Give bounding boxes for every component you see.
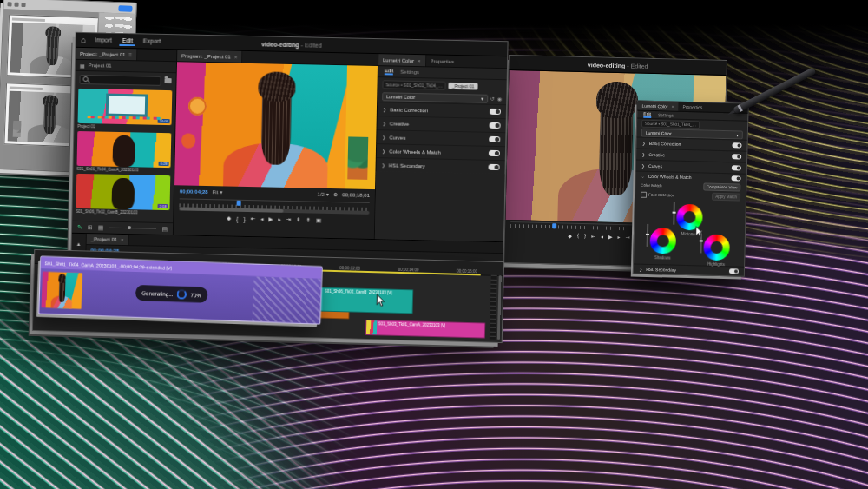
settings-wrench-icon[interactable]: ⚙: [333, 191, 339, 197]
current-timecode[interactable]: 00;00;04;28: [180, 188, 208, 195]
close-icon[interactable]: ×: [672, 103, 674, 109]
close-icon[interactable]: ×: [121, 237, 124, 242]
step-forward-button[interactable]: ▸: [618, 234, 621, 240]
playhead[interactable]: [552, 223, 556, 228]
face-detection-checkbox[interactable]: Face Detection: [641, 192, 674, 199]
go-to-out-button[interactable]: ⇥: [626, 234, 630, 240]
workspace-tab[interactable]: Import: [92, 36, 115, 46]
apply-match-button[interactable]: Apply Match: [712, 193, 740, 202]
lumetri-color-panel: Lumetri Color × Properties Edit Settings…: [374, 54, 507, 241]
search-input[interactable]: [91, 76, 158, 84]
timeline-clip[interactable]: S01_Sh06_Tk02_CamB_20230103 [V]: [311, 287, 413, 314]
program-viewport[interactable]: [174, 62, 378, 189]
play-button[interactable]: ▶: [268, 216, 273, 223]
shadows-slider[interactable]: [647, 224, 649, 247]
sequence-tab[interactable]: _Project 01 ×: [87, 234, 129, 245]
brush-preset[interactable]: [102, 23, 133, 29]
play-button[interactable]: ▶: [608, 233, 613, 239]
fit-dropdown[interactable]: Fit ▾: [213, 188, 223, 195]
source-clip-label[interactable]: Source • S01_Sh01_Tk04_…: [382, 80, 446, 90]
bin-icon[interactable]: ▤: [161, 225, 168, 232]
section-toggle[interactable]: [732, 154, 741, 159]
go-to-out-button[interactable]: ⇥: [286, 216, 292, 223]
add-marker-button[interactable]: ◆: [227, 215, 231, 222]
settings-subtab[interactable]: Settings: [658, 112, 674, 117]
step-back-button[interactable]: ◂: [601, 233, 603, 239]
properties-tab[interactable]: Properties: [426, 58, 458, 64]
edit-subtab[interactable]: Edit: [643, 111, 651, 118]
properties-tab[interactable]: Properties: [679, 104, 706, 110]
close-icon[interactable]: ×: [418, 58, 421, 63]
workspace-tab[interactable]: Export: [141, 36, 163, 47]
section-toggle[interactable]: [731, 175, 740, 181]
settings-subtab[interactable]: Settings: [400, 69, 419, 75]
project-panel-footer: ✎ ⊞ ▦ ▤: [72, 221, 173, 235]
generative-extend-clip[interactable]: S01_Sh01_Tk04_CamA_20230103_-00;00;04;29…: [38, 256, 323, 325]
premiere-main-window: ⌂ ImportEditExport video-editing - Edite…: [70, 32, 508, 263]
timeline-scrollbar[interactable]: [497, 275, 502, 340]
search-box[interactable]: [79, 74, 161, 85]
workspace-tab[interactable]: Edit: [120, 36, 135, 45]
midtones-slider[interactable]: [673, 202, 675, 225]
section-toggle[interactable]: [489, 136, 500, 142]
window-title: video-editing - Edited: [510, 59, 727, 70]
step-forward-button[interactable]: ▸: [278, 216, 280, 223]
add-marker-button[interactable]: ◆: [568, 232, 572, 238]
project-panel-tab[interactable]: Project: _Project 01 ≡: [76, 48, 137, 60]
reset-icon[interactable]: ↺: [490, 96, 495, 102]
media-item[interactable]: 14:00 Project 01: [77, 89, 172, 130]
comparison-view-button[interactable]: Comparison View: [703, 183, 740, 192]
section-toggle[interactable]: [729, 268, 739, 274]
playhead[interactable]: [236, 201, 240, 206]
highlights-wheel[interactable]: [703, 235, 730, 261]
section-toggle[interactable]: [732, 142, 741, 148]
section-toggle[interactable]: [490, 122, 501, 129]
media-name: S01_Sh01_Tk04_CamA_20230103: [76, 167, 138, 172]
mark-in-button[interactable]: {: [236, 215, 238, 221]
section-toggle[interactable]: [489, 150, 500, 156]
shadows-wheel[interactable]: [649, 228, 676, 254]
home-icon[interactable]: ⌂: [81, 36, 86, 44]
step-back-button[interactable]: ◂: [260, 215, 263, 222]
brush-preset[interactable]: [102, 15, 133, 21]
section-toggle[interactable]: [489, 164, 500, 170]
project-chip-button[interactable]: _Project 01: [449, 82, 477, 89]
section-toggle[interactable]: [490, 109, 501, 115]
primary-action-button[interactable]: [118, 5, 132, 12]
media-item[interactable]: 2:18 S01_Sh06_Tk02_CamB_20230103: [76, 174, 170, 215]
selection-tool-icon[interactable]: ▲: [76, 241, 82, 247]
mark-out-button[interactable]: }: [243, 215, 245, 221]
media-thumbnail[interactable]: 2:18: [76, 174, 170, 210]
media-thumbnail[interactable]: 14:00: [78, 89, 173, 125]
lumetri-color-tab[interactable]: Lumetri Color ×: [378, 54, 426, 66]
new-item-icon[interactable]: ⊞: [88, 224, 93, 231]
panel-menu-icon[interactable]: ≡: [129, 52, 133, 57]
tool-icon[interactable]: [14, 2, 18, 6]
lift-button[interactable]: ⇞: [296, 216, 301, 223]
tool-icon[interactable]: [7, 2, 11, 6]
lumetri-color-tab[interactable]: Lumetri Color ×: [637, 102, 679, 111]
mark-out-button[interactable]: }: [584, 233, 586, 238]
grid-view-toggle-icon[interactable]: ▦: [98, 224, 104, 231]
section-toggle[interactable]: [732, 165, 741, 170]
edit-icon[interactable]: ✎: [77, 223, 82, 230]
new-bin-icon[interactable]: [165, 78, 172, 83]
media-thumbnail[interactable]: 6:28: [77, 131, 172, 168]
media-item[interactable]: 6:28 S01_Sh01_Tk04_CamA_20230103: [76, 131, 171, 173]
thumbnail-zoom-slider[interactable]: [108, 228, 156, 229]
export-frame-button[interactable]: ▣: [316, 217, 321, 224]
timeline-clip[interactable]: S01_Sh03_Tk01_CamA_20230103 [V]: [365, 320, 485, 339]
extract-button[interactable]: ⇟: [306, 216, 311, 223]
go-to-in-button[interactable]: ⇤: [591, 233, 595, 239]
bypass-eye-icon[interactable]: ◉: [497, 96, 502, 102]
tool-icon[interactable]: [21, 2, 25, 6]
mark-in-button[interactable]: {: [577, 233, 579, 238]
go-to-in-button[interactable]: ⇤: [251, 215, 256, 222]
progress-spinner-icon: [177, 289, 187, 300]
media-list: 14:00 Project 01 6:28 S01_Sh01_Tk04_CamA…: [72, 87, 175, 222]
program-monitor-tab[interactable]: Program: _Project 01 ×: [177, 50, 242, 63]
edit-subtab[interactable]: Edit: [385, 68, 394, 75]
playback-resolution-dropdown[interactable]: 1/2 ▾: [317, 191, 329, 197]
close-icon[interactable]: ×: [234, 54, 238, 59]
lumetri-preset-dropdown[interactable]: Lumetri Color ▾: [382, 92, 488, 103]
